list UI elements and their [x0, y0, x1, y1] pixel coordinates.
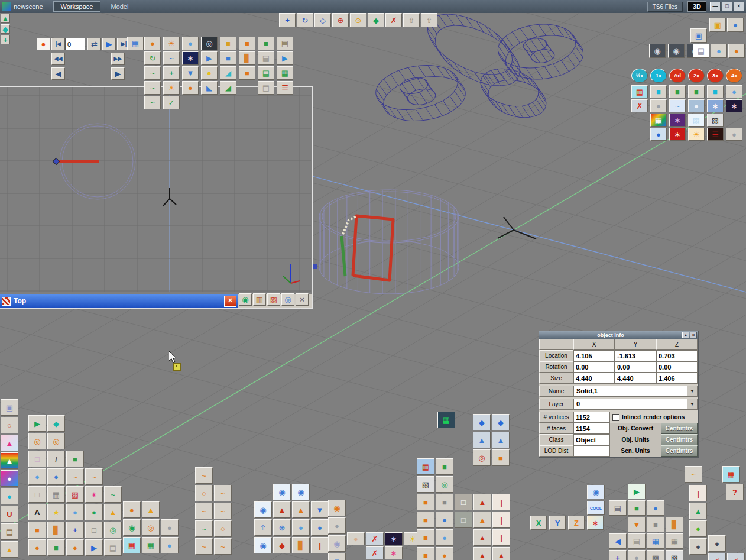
- tire-icon[interactable]: ◎: [201, 37, 218, 50]
- b-2x-icon[interactable]: 2x: [688, 69, 705, 83]
- object-info-titlebar[interactable]: object info ▲ ×: [539, 331, 698, 339]
- ice-icon[interactable]: ▨: [688, 114, 705, 127]
- circ-or-icon[interactable]: ○: [214, 520, 232, 537]
- cone-or-icon[interactable]: ▲: [1, 541, 18, 558]
- name-value[interactable]: Solid,1: [574, 386, 687, 396]
- tab-model[interactable]: Model: [103, 2, 135, 11]
- ball-green-icon[interactable]: ●: [85, 504, 103, 520]
- frame-g-icon[interactable]: □: [455, 512, 472, 528]
- b-ad-icon[interactable]: Ad: [669, 69, 686, 83]
- green-cube-icon[interactable]: ■: [669, 85, 686, 98]
- record-icon[interactable]: ●: [37, 38, 50, 50]
- page-icon[interactable]: ▤: [628, 533, 646, 549]
- drop-blue-icon[interactable]: ▼: [328, 553, 346, 560]
- green-cube-icon[interactable]: ■: [47, 539, 65, 556]
- cyl-orange-icon[interactable]: ▊: [292, 537, 310, 553]
- no-draw-icon[interactable]: ✗: [727, 553, 745, 560]
- name-dropdown[interactable]: Solid,1 ▼: [573, 386, 698, 397]
- pencil-page-icon[interactable]: ▤: [277, 37, 293, 50]
- paint-sm-icon[interactable]: ▨: [66, 486, 84, 503]
- page-icon[interactable]: ▤: [104, 539, 122, 556]
- galaxy-icon[interactable]: ∗: [726, 99, 742, 112]
- tex-d-icon[interactable]: ▩: [647, 550, 664, 560]
- stack-green-icon[interactable]: ▦: [142, 537, 160, 553]
- magnet-icon[interactable]: U: [1, 506, 18, 522]
- snow-icon[interactable]: ∗: [707, 99, 724, 112]
- arr-green-icon[interactable]: ▶: [28, 415, 46, 432]
- chk-ball-icon[interactable]: ◉: [273, 484, 291, 500]
- key-icon[interactable]: ⇄: [87, 38, 101, 50]
- monitor-icon[interactable]: ▣: [690, 28, 707, 43]
- green-cube-icon[interactable]: ■: [628, 500, 646, 516]
- no-draw-icon[interactable]: ✗: [366, 546, 384, 559]
- arr-red-icon[interactable]: ▲: [273, 501, 291, 518]
- ball-cyan-icon[interactable]: ●: [1, 488, 18, 504]
- checker-rb-icon[interactable]: ▦: [417, 458, 434, 475]
- arr-or-icon[interactable]: ▲: [292, 501, 310, 518]
- orange-ball-icon[interactable]: ●: [144, 37, 161, 50]
- scn-units-button[interactable]: Centimtrs: [661, 445, 698, 457]
- size-y-field[interactable]: 4.440: [615, 373, 656, 384]
- ball-axes-icon[interactable]: ⊕: [273, 519, 291, 536]
- wave-blue-icon[interactable]: ~: [163, 51, 180, 65]
- restore-button[interactable]: □: [722, 2, 732, 11]
- move-tool-icon[interactable]: +: [279, 13, 296, 27]
- gray-ball-icon[interactable]: ●: [161, 519, 179, 536]
- wire-sphere-icon[interactable]: ◉: [239, 293, 252, 306]
- pencil-icon[interactable]: /: [47, 451, 65, 467]
- torus-or-icon[interactable]: ◎: [28, 433, 46, 449]
- ff-icon[interactable]: ▶▶: [111, 53, 125, 65]
- tree-icon[interactable]: ▲: [689, 503, 707, 519]
- bw-tex-icon[interactable]: ▧: [417, 476, 434, 493]
- checker-red-icon[interactable]: ▦: [631, 85, 648, 98]
- b-half-icon[interactable]: ½x: [631, 69, 648, 83]
- cloud-icon[interactable]: ●: [688, 99, 705, 112]
- orange-cube-icon[interactable]: ■: [417, 547, 434, 560]
- location-y-field[interactable]: -1.613: [615, 350, 656, 361]
- orange-lamp-icon[interactable]: ☀: [163, 37, 180, 50]
- axes-tool-icon[interactable]: ⊕: [332, 13, 349, 27]
- yellow-ball-icon[interactable]: ●: [201, 66, 218, 80]
- chk-ball-icon[interactable]: ◉: [292, 484, 310, 500]
- orange-ball-icon[interactable]: ●: [436, 547, 453, 560]
- arc-or-icon[interactable]: ~: [195, 538, 213, 555]
- earth-icon[interactable]: ●: [650, 128, 667, 141]
- obj-convert-units-button[interactable]: Centimtrs: [661, 423, 698, 434]
- size-z-field[interactable]: 1.406: [656, 373, 698, 384]
- cube-axes-icon[interactable]: ■: [220, 37, 236, 50]
- glass-blue-icon[interactable]: ●: [66, 504, 84, 520]
- play-icon[interactable]: ▶: [102, 38, 116, 50]
- checker-red-icon[interactable]: ▦: [123, 537, 141, 553]
- rot-tool-icon[interactable]: ↻: [297, 13, 313, 27]
- head-icon[interactable]: ●: [347, 532, 365, 545]
- drop-blue-icon[interactable]: ▼: [182, 66, 199, 80]
- ball-bl-icon[interactable]: ●: [311, 519, 329, 536]
- chevron-down-icon[interactable]: ▼: [687, 386, 697, 396]
- ball-blue-icon[interactable]: ●: [727, 18, 744, 32]
- ball-dk-icon[interactable]: ●: [708, 535, 726, 552]
- green-cube-icon[interactable]: ■: [688, 85, 705, 98]
- rotation-z-field[interactable]: 0.00: [656, 361, 698, 373]
- bezier-icon[interactable]: ~: [195, 520, 213, 537]
- rotation-x-field[interactable]: 0.00: [573, 361, 615, 373]
- brick-icon[interactable]: ▥: [253, 293, 266, 306]
- folder-y-icon[interactable]: ▣: [709, 18, 726, 32]
- arc-or-icon[interactable]: ~: [85, 468, 103, 485]
- lod-dist-field[interactable]: [573, 445, 610, 457]
- page-white-icon[interactable]: ▤: [693, 44, 709, 58]
- drips-icon[interactable]: ~: [669, 99, 686, 112]
- close-icon[interactable]: ×: [690, 332, 697, 338]
- stack-green-icon[interactable]: ▦: [277, 66, 293, 80]
- torus-gr-icon[interactable]: ◎: [104, 522, 122, 538]
- glass-blue-icon[interactable]: ●: [726, 85, 742, 98]
- page-green-icon[interactable]: ▤: [258, 66, 274, 80]
- up-gray-icon[interactable]: ⇧: [403, 13, 420, 27]
- help-icon[interactable]: ?: [726, 484, 744, 500]
- rays-purple-icon[interactable]: ∗: [669, 114, 686, 127]
- close-button[interactable]: ×: [734, 2, 744, 11]
- torus-or-icon[interactable]: ◎: [47, 433, 65, 449]
- chk-ball-icon[interactable]: ◉: [254, 501, 272, 518]
- b-4x-icon[interactable]: 4x: [726, 69, 742, 83]
- mirror-blue-icon[interactable]: ◣: [201, 81, 218, 95]
- Zb-icon[interactable]: Z: [568, 516, 585, 530]
